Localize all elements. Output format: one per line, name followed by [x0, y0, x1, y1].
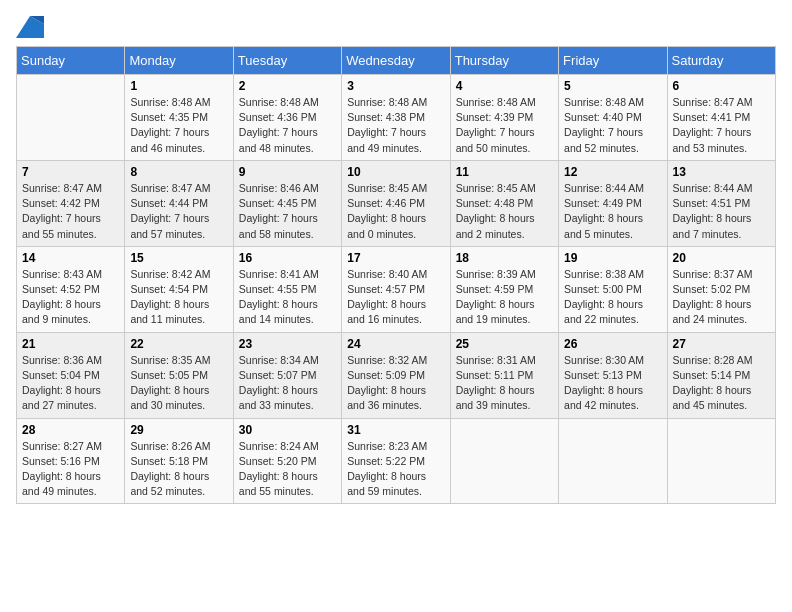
calendar-header-row: SundayMondayTuesdayWednesdayThursdayFrid…	[17, 47, 776, 75]
day-number: 18	[456, 251, 553, 265]
day-number: 19	[564, 251, 661, 265]
header-wednesday: Wednesday	[342, 47, 450, 75]
day-info: Sunrise: 8:30 AMSunset: 5:13 PMDaylight:…	[564, 353, 661, 414]
day-info: Sunrise: 8:42 AMSunset: 4:54 PMDaylight:…	[130, 267, 227, 328]
day-number: 17	[347, 251, 444, 265]
logo	[16, 16, 48, 38]
day-info: Sunrise: 8:35 AMSunset: 5:05 PMDaylight:…	[130, 353, 227, 414]
calendar-cell: 2Sunrise: 8:48 AMSunset: 4:36 PMDaylight…	[233, 75, 341, 161]
day-info: Sunrise: 8:39 AMSunset: 4:59 PMDaylight:…	[456, 267, 553, 328]
calendar-cell: 18Sunrise: 8:39 AMSunset: 4:59 PMDayligh…	[450, 246, 558, 332]
calendar-cell: 8Sunrise: 8:47 AMSunset: 4:44 PMDaylight…	[125, 160, 233, 246]
header-friday: Friday	[559, 47, 667, 75]
calendar-table: SundayMondayTuesdayWednesdayThursdayFrid…	[16, 46, 776, 504]
day-info: Sunrise: 8:27 AMSunset: 5:16 PMDaylight:…	[22, 439, 119, 500]
day-number: 13	[673, 165, 770, 179]
day-info: Sunrise: 8:24 AMSunset: 5:20 PMDaylight:…	[239, 439, 336, 500]
day-info: Sunrise: 8:48 AMSunset: 4:35 PMDaylight:…	[130, 95, 227, 156]
header-saturday: Saturday	[667, 47, 775, 75]
day-number: 2	[239, 79, 336, 93]
day-info: Sunrise: 8:40 AMSunset: 4:57 PMDaylight:…	[347, 267, 444, 328]
calendar-week-2: 7Sunrise: 8:47 AMSunset: 4:42 PMDaylight…	[17, 160, 776, 246]
day-info: Sunrise: 8:37 AMSunset: 5:02 PMDaylight:…	[673, 267, 770, 328]
header-monday: Monday	[125, 47, 233, 75]
day-number: 31	[347, 423, 444, 437]
day-number: 25	[456, 337, 553, 351]
calendar-week-5: 28Sunrise: 8:27 AMSunset: 5:16 PMDayligh…	[17, 418, 776, 504]
day-number: 29	[130, 423, 227, 437]
day-info: Sunrise: 8:23 AMSunset: 5:22 PMDaylight:…	[347, 439, 444, 500]
calendar-cell: 23Sunrise: 8:34 AMSunset: 5:07 PMDayligh…	[233, 332, 341, 418]
day-info: Sunrise: 8:34 AMSunset: 5:07 PMDaylight:…	[239, 353, 336, 414]
day-number: 5	[564, 79, 661, 93]
day-info: Sunrise: 8:31 AMSunset: 5:11 PMDaylight:…	[456, 353, 553, 414]
day-number: 11	[456, 165, 553, 179]
calendar-cell: 9Sunrise: 8:46 AMSunset: 4:45 PMDaylight…	[233, 160, 341, 246]
day-info: Sunrise: 8:45 AMSunset: 4:48 PMDaylight:…	[456, 181, 553, 242]
calendar-cell: 12Sunrise: 8:44 AMSunset: 4:49 PMDayligh…	[559, 160, 667, 246]
calendar-week-1: 1Sunrise: 8:48 AMSunset: 4:35 PMDaylight…	[17, 75, 776, 161]
calendar-cell: 31Sunrise: 8:23 AMSunset: 5:22 PMDayligh…	[342, 418, 450, 504]
calendar-cell: 24Sunrise: 8:32 AMSunset: 5:09 PMDayligh…	[342, 332, 450, 418]
calendar-cell: 20Sunrise: 8:37 AMSunset: 5:02 PMDayligh…	[667, 246, 775, 332]
day-info: Sunrise: 8:48 AMSunset: 4:39 PMDaylight:…	[456, 95, 553, 156]
day-info: Sunrise: 8:47 AMSunset: 4:41 PMDaylight:…	[673, 95, 770, 156]
calendar-cell: 25Sunrise: 8:31 AMSunset: 5:11 PMDayligh…	[450, 332, 558, 418]
calendar-cell: 22Sunrise: 8:35 AMSunset: 5:05 PMDayligh…	[125, 332, 233, 418]
calendar-cell: 1Sunrise: 8:48 AMSunset: 4:35 PMDaylight…	[125, 75, 233, 161]
day-info: Sunrise: 8:48 AMSunset: 4:38 PMDaylight:…	[347, 95, 444, 156]
day-number: 12	[564, 165, 661, 179]
day-info: Sunrise: 8:45 AMSunset: 4:46 PMDaylight:…	[347, 181, 444, 242]
day-info: Sunrise: 8:46 AMSunset: 4:45 PMDaylight:…	[239, 181, 336, 242]
day-number: 15	[130, 251, 227, 265]
day-number: 21	[22, 337, 119, 351]
day-info: Sunrise: 8:43 AMSunset: 4:52 PMDaylight:…	[22, 267, 119, 328]
day-info: Sunrise: 8:38 AMSunset: 5:00 PMDaylight:…	[564, 267, 661, 328]
calendar-cell: 10Sunrise: 8:45 AMSunset: 4:46 PMDayligh…	[342, 160, 450, 246]
calendar-cell: 7Sunrise: 8:47 AMSunset: 4:42 PMDaylight…	[17, 160, 125, 246]
day-number: 8	[130, 165, 227, 179]
day-number: 7	[22, 165, 119, 179]
day-number: 4	[456, 79, 553, 93]
calendar-cell	[667, 418, 775, 504]
day-number: 9	[239, 165, 336, 179]
day-info: Sunrise: 8:48 AMSunset: 4:36 PMDaylight:…	[239, 95, 336, 156]
calendar-cell: 16Sunrise: 8:41 AMSunset: 4:55 PMDayligh…	[233, 246, 341, 332]
day-number: 28	[22, 423, 119, 437]
day-info: Sunrise: 8:44 AMSunset: 4:49 PMDaylight:…	[564, 181, 661, 242]
header-tuesday: Tuesday	[233, 47, 341, 75]
calendar-cell: 4Sunrise: 8:48 AMSunset: 4:39 PMDaylight…	[450, 75, 558, 161]
day-number: 20	[673, 251, 770, 265]
day-info: Sunrise: 8:28 AMSunset: 5:14 PMDaylight:…	[673, 353, 770, 414]
calendar-cell: 27Sunrise: 8:28 AMSunset: 5:14 PMDayligh…	[667, 332, 775, 418]
day-info: Sunrise: 8:47 AMSunset: 4:42 PMDaylight:…	[22, 181, 119, 242]
day-info: Sunrise: 8:44 AMSunset: 4:51 PMDaylight:…	[673, 181, 770, 242]
day-number: 1	[130, 79, 227, 93]
calendar-cell: 29Sunrise: 8:26 AMSunset: 5:18 PMDayligh…	[125, 418, 233, 504]
header-sunday: Sunday	[17, 47, 125, 75]
day-number: 23	[239, 337, 336, 351]
calendar-cell	[559, 418, 667, 504]
calendar-cell: 3Sunrise: 8:48 AMSunset: 4:38 PMDaylight…	[342, 75, 450, 161]
calendar-cell: 19Sunrise: 8:38 AMSunset: 5:00 PMDayligh…	[559, 246, 667, 332]
calendar-cell	[450, 418, 558, 504]
calendar-cell: 6Sunrise: 8:47 AMSunset: 4:41 PMDaylight…	[667, 75, 775, 161]
calendar-cell: 14Sunrise: 8:43 AMSunset: 4:52 PMDayligh…	[17, 246, 125, 332]
calendar-week-4: 21Sunrise: 8:36 AMSunset: 5:04 PMDayligh…	[17, 332, 776, 418]
day-number: 6	[673, 79, 770, 93]
calendar-cell: 13Sunrise: 8:44 AMSunset: 4:51 PMDayligh…	[667, 160, 775, 246]
day-info: Sunrise: 8:32 AMSunset: 5:09 PMDaylight:…	[347, 353, 444, 414]
calendar-cell: 15Sunrise: 8:42 AMSunset: 4:54 PMDayligh…	[125, 246, 233, 332]
day-number: 24	[347, 337, 444, 351]
calendar-week-3: 14Sunrise: 8:43 AMSunset: 4:52 PMDayligh…	[17, 246, 776, 332]
calendar-cell	[17, 75, 125, 161]
day-number: 27	[673, 337, 770, 351]
day-number: 30	[239, 423, 336, 437]
day-info: Sunrise: 8:47 AMSunset: 4:44 PMDaylight:…	[130, 181, 227, 242]
day-info: Sunrise: 8:26 AMSunset: 5:18 PMDaylight:…	[130, 439, 227, 500]
day-info: Sunrise: 8:48 AMSunset: 4:40 PMDaylight:…	[564, 95, 661, 156]
calendar-cell: 21Sunrise: 8:36 AMSunset: 5:04 PMDayligh…	[17, 332, 125, 418]
calendar-cell: 28Sunrise: 8:27 AMSunset: 5:16 PMDayligh…	[17, 418, 125, 504]
day-info: Sunrise: 8:41 AMSunset: 4:55 PMDaylight:…	[239, 267, 336, 328]
page-header	[16, 16, 776, 38]
